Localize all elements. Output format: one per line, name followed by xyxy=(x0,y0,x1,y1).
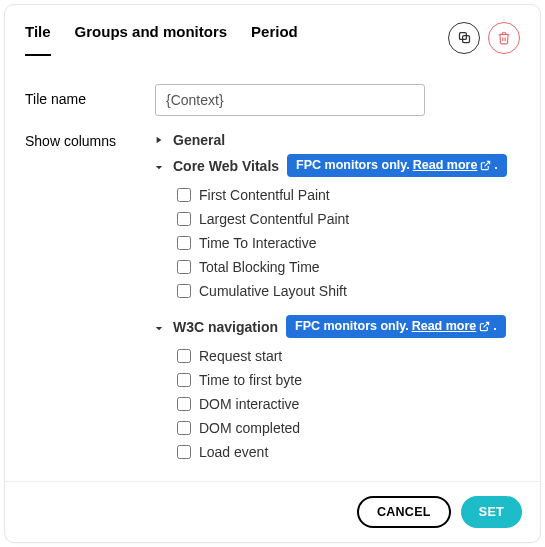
trash-icon xyxy=(497,31,511,45)
columns-content: General Core Web Vitals FPC monitors onl… xyxy=(155,126,520,464)
w3c-badge-text: FPC monitors only. xyxy=(295,319,409,333)
item-label: DOM completed xyxy=(199,420,300,436)
list-item[interactable]: Largest Contentful Paint xyxy=(155,207,520,231)
list-item[interactable]: Request start xyxy=(155,344,520,368)
badge-dot: . xyxy=(493,319,496,333)
tab-period[interactable]: Period xyxy=(251,23,298,56)
group-cwv-header[interactable]: Core Web Vitals FPC monitors only. Read … xyxy=(155,154,520,177)
list-item[interactable]: Time to first byte xyxy=(155,368,520,392)
checkbox-fcp[interactable] xyxy=(177,188,191,202)
tile-config-panel: Tile Groups and monitors Period Tile nam… xyxy=(4,4,541,543)
panel-body: Tile name Show columns General Cor xyxy=(5,56,540,481)
group-w3c-header[interactable]: W3C navigation FPC monitors only. Read m… xyxy=(155,315,520,338)
item-label: Time To Interactive xyxy=(199,235,317,251)
header-actions xyxy=(448,22,520,54)
panel-header: Tile Groups and monitors Period xyxy=(5,5,540,56)
group-general-header[interactable]: General xyxy=(155,132,520,148)
list-item[interactable]: Load event xyxy=(155,440,520,464)
external-link-icon xyxy=(479,321,490,332)
badge-dot: . xyxy=(494,158,497,172)
tab-bar: Tile Groups and monitors Period xyxy=(25,23,448,56)
checkbox-dom-completed[interactable] xyxy=(177,421,191,435)
tile-name-input[interactable] xyxy=(155,84,425,116)
svg-line-2 xyxy=(485,161,490,166)
tab-tile[interactable]: Tile xyxy=(25,23,51,56)
checkbox-tti[interactable] xyxy=(177,236,191,250)
panel-footer: CANCEL SET xyxy=(5,481,540,542)
group-w3c-title: W3C navigation xyxy=(173,319,278,335)
cwv-badge: FPC monitors only. Read more . xyxy=(287,154,507,177)
delete-button[interactable] xyxy=(488,22,520,54)
copy-icon xyxy=(457,30,472,45)
label-tile-name: Tile name xyxy=(25,84,155,107)
list-item[interactable]: DOM interactive xyxy=(155,392,520,416)
w3c-badge: FPC monitors only. Read more . xyxy=(286,315,506,338)
list-item[interactable]: Total Blocking Time xyxy=(155,255,520,279)
chevron-down-icon xyxy=(155,321,165,333)
checkbox-dom-interactive[interactable] xyxy=(177,397,191,411)
tab-groups-monitors[interactable]: Groups and monitors xyxy=(75,23,228,56)
list-item[interactable]: First Contentful Paint xyxy=(155,183,520,207)
checkbox-cls[interactable] xyxy=(177,284,191,298)
checkbox-request-start[interactable] xyxy=(177,349,191,363)
w3c-readmore-link[interactable]: Read more xyxy=(412,319,477,333)
set-button[interactable]: SET xyxy=(461,496,522,528)
item-label: Cumulative Layout Shift xyxy=(199,283,347,299)
cwv-readmore-link[interactable]: Read more xyxy=(413,158,478,172)
external-link-icon xyxy=(480,160,491,171)
group-general-title: General xyxy=(173,132,225,148)
item-label: Largest Contentful Paint xyxy=(199,211,349,227)
checkbox-ttfb[interactable] xyxy=(177,373,191,387)
list-item[interactable]: Cumulative Layout Shift xyxy=(155,279,520,303)
cancel-button[interactable]: CANCEL xyxy=(357,496,451,528)
row-show-columns: Show columns General Core Web Vitals FPC… xyxy=(25,126,520,464)
label-show-columns: Show columns xyxy=(25,126,155,149)
cwv-badge-text: FPC monitors only. xyxy=(296,158,410,172)
item-label: DOM interactive xyxy=(199,396,299,412)
list-item[interactable]: DOM completed xyxy=(155,416,520,440)
copy-button[interactable] xyxy=(448,22,480,54)
checkbox-tbt[interactable] xyxy=(177,260,191,274)
list-item[interactable]: Time To Interactive xyxy=(155,231,520,255)
chevron-right-icon xyxy=(155,134,165,146)
item-label: Time to first byte xyxy=(199,372,302,388)
svg-line-3 xyxy=(484,322,489,327)
chevron-down-icon xyxy=(155,160,165,172)
checkbox-lcp[interactable] xyxy=(177,212,191,226)
item-label: Load event xyxy=(199,444,268,460)
item-label: First Contentful Paint xyxy=(199,187,330,203)
group-cwv-title: Core Web Vitals xyxy=(173,158,279,174)
item-label: Total Blocking Time xyxy=(199,259,320,275)
checkbox-load-event[interactable] xyxy=(177,445,191,459)
row-tile-name: Tile name xyxy=(25,84,520,116)
item-label: Request start xyxy=(199,348,282,364)
